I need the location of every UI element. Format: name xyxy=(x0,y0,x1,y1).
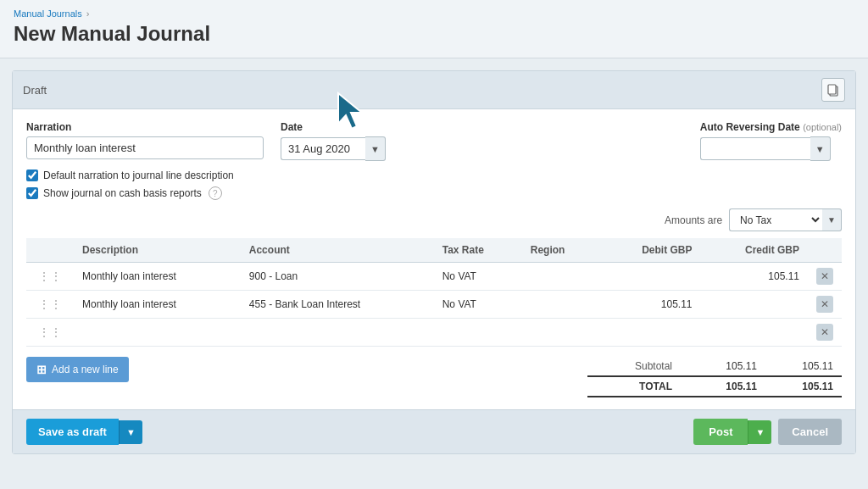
post-dropdown-button[interactable]: ▼ xyxy=(748,420,771,444)
total-row: TOTAL 105.11 105.11 xyxy=(587,375,842,397)
row-region[interactable] xyxy=(522,263,599,291)
checkbox-narration[interactable] xyxy=(26,169,38,181)
row-debit[interactable]: 105.11 xyxy=(599,291,700,319)
narration-group: Narration xyxy=(26,121,264,159)
amounts-select-wrapper: No Tax Tax Inclusive Tax Exclusive ▼ xyxy=(729,208,842,231)
table-row-empty: ⋮⋮ ✕ xyxy=(26,319,842,347)
table-header-row: Description Account Tax Rate Region Debi… xyxy=(26,238,842,263)
checkbox-narration-row: Default narration to journal line descri… xyxy=(26,169,842,181)
row-tax-rate[interactable] xyxy=(434,319,522,347)
auto-reverse-group: Auto Reversing Date (optional) ▼ xyxy=(700,121,842,161)
post-button[interactable]: Post xyxy=(693,419,748,445)
auto-reverse-wrapper: ▼ xyxy=(700,136,842,161)
post-group: Post ▼ xyxy=(693,419,771,445)
drag-handle[interactable]: ⋮⋮ xyxy=(26,263,74,291)
narration-label: Narration xyxy=(26,121,264,133)
save-draft-group: Save as draft ▼ xyxy=(26,419,142,445)
delete-row-button[interactable]: ✕ xyxy=(816,268,833,285)
copy-icon xyxy=(826,83,840,97)
row-account[interactable]: 455 - Bank Loan Interest xyxy=(241,291,434,319)
col-region: Region xyxy=(522,238,599,263)
drag-handle[interactable]: ⋮⋮ xyxy=(26,291,74,319)
totals-section: Subtotal 105.11 105.11 TOTAL 105.11 105.… xyxy=(587,360,842,397)
row-credit[interactable] xyxy=(701,291,809,319)
subtotal-debit: 105.11 xyxy=(689,360,765,372)
card-status: Draft xyxy=(23,84,47,97)
copy-button[interactable] xyxy=(821,78,845,102)
row-debit[interactable] xyxy=(599,263,700,291)
subtotal-label: Subtotal xyxy=(587,360,689,372)
action-bar: Save as draft ▼ Post ▼ Cancel xyxy=(13,409,855,453)
col-account: Account xyxy=(241,238,434,263)
journal-card: Draft Narration Date ▼ xyxy=(12,70,856,454)
breadcrumb-parent[interactable]: Manual Journals xyxy=(14,8,82,19)
table-row: ⋮⋮ Monthly loan interest 900 - Loan No V… xyxy=(26,263,842,291)
auto-reverse-label: Auto Reversing Date (optional) xyxy=(700,121,842,133)
right-action-group: Post ▼ Cancel xyxy=(693,419,842,445)
table-section: Amounts are No Tax Tax Inclusive Tax Exc… xyxy=(26,208,842,397)
row-credit[interactable] xyxy=(701,319,809,347)
journal-table: Description Account Tax Rate Region Debi… xyxy=(26,238,842,347)
auto-reverse-input[interactable] xyxy=(700,137,810,160)
delete-row-button[interactable]: ✕ xyxy=(816,296,833,313)
subtotal-row: Subtotal 105.11 105.11 xyxy=(587,360,842,372)
table-row: ⋮⋮ Monthly loan interest 455 - Bank Loan… xyxy=(26,291,842,319)
checkbox-cash-basis[interactable] xyxy=(26,187,38,199)
date-label: Date xyxy=(281,121,386,133)
row-description[interactable]: Monthly loan interest xyxy=(74,291,241,319)
checkbox-cash-basis-row: Show journal on cash basis reports ? xyxy=(26,186,842,200)
row-delete-cell: ✕ xyxy=(808,291,842,319)
row-delete-cell: ✕ xyxy=(808,263,842,291)
add-line-label: Add a new line xyxy=(52,364,119,375)
cancel-button[interactable]: Cancel xyxy=(778,419,842,445)
row-region[interactable] xyxy=(522,319,599,347)
row-tax-rate[interactable]: No VAT xyxy=(434,263,522,291)
row-account[interactable] xyxy=(241,319,434,347)
auto-reverse-picker-button[interactable]: ▼ xyxy=(810,136,831,161)
card-body: Narration Date ▼ Auto Reversing Date (op… xyxy=(13,109,855,409)
date-input[interactable] xyxy=(281,137,365,160)
row-region[interactable] xyxy=(522,291,599,319)
checkbox-cash-basis-label: Show journal on cash basis reports xyxy=(43,187,202,199)
save-draft-dropdown-button[interactable]: ▼ xyxy=(119,420,142,444)
total-credit: 105.11 xyxy=(765,381,842,392)
svg-rect-1 xyxy=(828,85,836,94)
add-new-line-button[interactable]: ⊞ Add a new line xyxy=(26,357,129,382)
amounts-select[interactable]: No Tax Tax Inclusive Tax Exclusive xyxy=(729,208,822,231)
amounts-select-arrow[interactable]: ▼ xyxy=(822,208,842,231)
row-debit[interactable] xyxy=(599,319,700,347)
card-header: Draft xyxy=(13,71,855,109)
add-line-icon: ⊞ xyxy=(36,363,47,376)
row-account[interactable]: 900 - Loan xyxy=(241,263,434,291)
breadcrumb-separator: › xyxy=(86,8,90,19)
table-wrapper: Description Account Tax Rate Region Debi… xyxy=(26,238,842,397)
col-delete xyxy=(808,238,842,263)
narration-input[interactable] xyxy=(26,136,264,159)
delete-row-button[interactable]: ✕ xyxy=(816,324,833,341)
col-tax-rate: Tax Rate xyxy=(434,238,522,263)
amounts-row: Amounts are No Tax Tax Inclusive Tax Exc… xyxy=(26,208,842,231)
date-wrapper: ▼ xyxy=(281,136,386,161)
amounts-label: Amounts are xyxy=(665,214,722,226)
total-label: TOTAL xyxy=(587,381,689,392)
page-title: New Manual Journal xyxy=(14,22,854,46)
col-credit: Credit GBP xyxy=(701,238,809,263)
subtotal-credit: 105.11 xyxy=(765,360,842,372)
checkbox-narration-label: Default narration to journal line descri… xyxy=(43,169,234,181)
col-drag xyxy=(26,238,74,263)
date-group: Date ▼ xyxy=(281,121,386,161)
row-description[interactable] xyxy=(74,319,241,347)
save-draft-button[interactable]: Save as draft xyxy=(26,419,119,445)
form-row: Narration Date ▼ Auto Reversing Date (op… xyxy=(26,121,842,161)
drag-handle[interactable]: ⋮⋮ xyxy=(26,319,74,347)
total-debit: 105.11 xyxy=(689,381,765,392)
col-description: Description xyxy=(74,238,241,263)
breadcrumb: Manual Journals › xyxy=(14,8,854,19)
date-picker-button[interactable]: ▼ xyxy=(365,136,386,161)
row-credit[interactable]: 105.11 xyxy=(701,263,809,291)
col-debit: Debit GBP xyxy=(599,238,700,263)
row-description[interactable]: Monthly loan interest xyxy=(74,263,241,291)
help-icon[interactable]: ? xyxy=(209,186,222,200)
row-delete-cell: ✕ xyxy=(808,319,842,347)
row-tax-rate[interactable]: No VAT xyxy=(434,291,522,319)
